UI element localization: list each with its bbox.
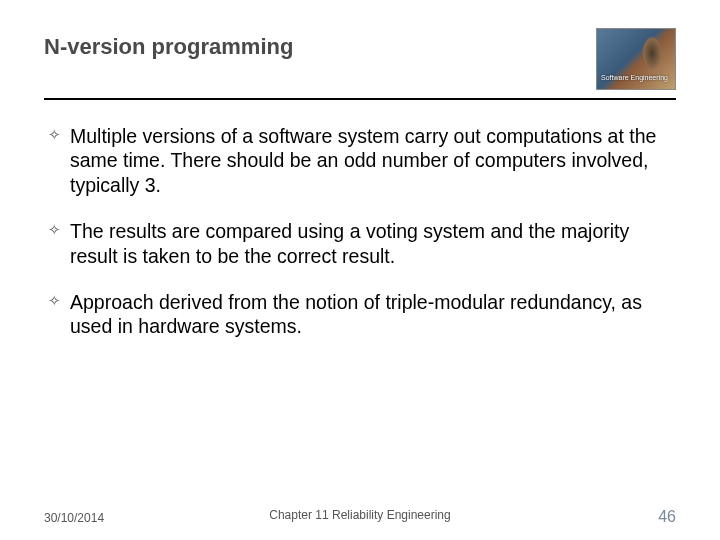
list-item: ✧ Approach derived from the notion of tr… [48, 290, 676, 339]
bullet-text: The results are compared using a voting … [70, 219, 676, 268]
list-item: ✧ The results are compared using a votin… [48, 219, 676, 268]
footer-date: 30/10/2014 [44, 511, 104, 525]
slide: N-version programming Software Engineeri… [0, 0, 720, 540]
footer-page-number: 46 [658, 508, 676, 526]
diamond-bullet-icon: ✧ [48, 292, 64, 311]
logo-label: Software Engineering [601, 74, 668, 81]
footer-chapter: Chapter 11 Reliability Engineering [269, 508, 450, 522]
slide-title: N-version programming [44, 28, 293, 60]
bullet-text: Multiple versions of a software system c… [70, 124, 676, 197]
diamond-bullet-icon: ✧ [48, 221, 64, 240]
list-item: ✧ Multiple versions of a software system… [48, 124, 676, 197]
slide-footer: 30/10/2014 Chapter 11 Reliability Engine… [0, 508, 720, 526]
book-cover-thumbnail: Software Engineering [596, 28, 676, 90]
bullet-text: Approach derived from the notion of trip… [70, 290, 676, 339]
title-divider [44, 98, 676, 100]
slide-body: ✧ Multiple versions of a software system… [44, 124, 676, 339]
diamond-bullet-icon: ✧ [48, 126, 64, 145]
slide-header: N-version programming Software Engineeri… [44, 28, 676, 90]
